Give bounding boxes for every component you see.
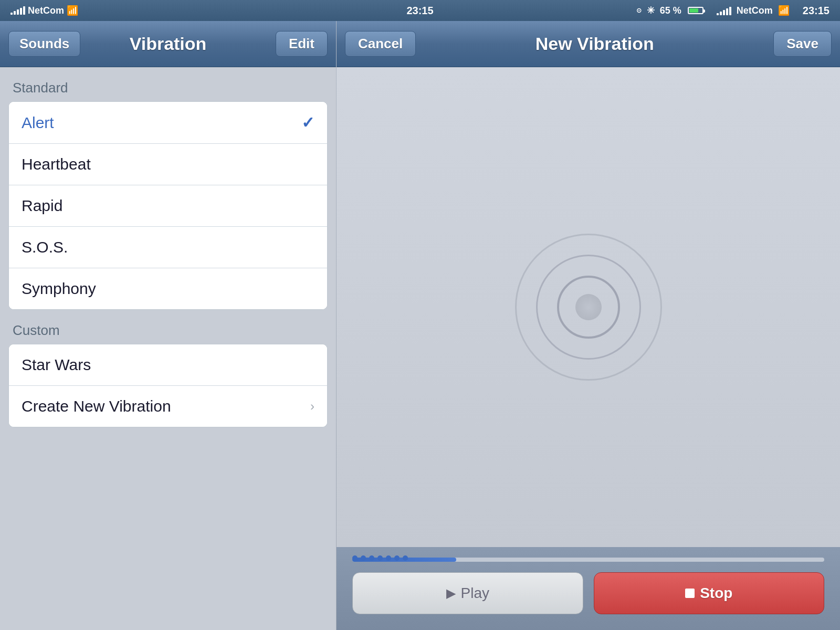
custom-list: Star Wars Create New Vibration › bbox=[8, 344, 328, 427]
list-item-alert[interactable]: Alert ✓ bbox=[9, 102, 327, 144]
progress-dot-7 bbox=[403, 555, 408, 561]
list-item-rapid[interactable]: Rapid bbox=[9, 185, 327, 227]
progress-dots bbox=[352, 555, 408, 561]
right-content-area bbox=[337, 67, 840, 547]
chevron-right-icon: › bbox=[310, 399, 314, 414]
ripple-area[interactable] bbox=[337, 67, 840, 547]
progress-dot-6 bbox=[394, 555, 400, 561]
stop-label: Stop bbox=[700, 585, 732, 602]
right-nav: Cancel New Vibration Save bbox=[337, 21, 840, 67]
stop-square-icon bbox=[685, 589, 695, 598]
star-wars-label: Star Wars bbox=[22, 356, 91, 374]
time-right: 23:15 bbox=[803, 5, 830, 17]
play-triangle-icon: ▶ bbox=[446, 586, 456, 601]
signal-right bbox=[717, 5, 731, 16]
progress-dot-1 bbox=[352, 555, 358, 561]
dot-icon-right: ⊙ bbox=[636, 7, 642, 14]
save-button[interactable]: Save bbox=[773, 31, 832, 57]
list-item-heartbeat[interactable]: Heartbeat bbox=[9, 144, 327, 185]
cancel-button[interactable]: Cancel bbox=[345, 31, 416, 57]
checkmark-icon: ✓ bbox=[301, 113, 314, 132]
carrier-left: NetCom bbox=[28, 5, 64, 16]
alert-label: Alert bbox=[22, 114, 54, 132]
standard-list: Alert ✓ Heartbeat Rapid S.O.S. Symphony bbox=[8, 101, 328, 310]
status-bar-left: NetCom 📶 23:15 bbox=[0, 0, 420, 21]
list-item-star-wars[interactable]: Star Wars bbox=[9, 344, 327, 386]
wifi-icon-left: 📶 bbox=[67, 5, 78, 16]
symphony-label: Symphony bbox=[22, 280, 96, 298]
status-bar: NetCom 📶 23:15 ⊙ ✳ 65 % NetCom 📶 23:15 bbox=[0, 0, 840, 21]
custom-section-label: Custom bbox=[13, 322, 328, 339]
edit-button[interactable]: Edit bbox=[276, 31, 328, 57]
left-panel: Sounds Vibration Edit Standard Alert ✓ H… bbox=[0, 21, 336, 630]
bluetooth-icon-right: ✳ bbox=[647, 5, 655, 16]
progress-dot-4 bbox=[377, 555, 383, 561]
right-panel: Cancel New Vibration Save bbox=[337, 21, 840, 630]
time-left: 23:15 bbox=[406, 5, 433, 17]
bottom-controls: ▶ Play Stop bbox=[337, 547, 840, 630]
play-button[interactable]: ▶ Play bbox=[352, 572, 583, 614]
progress-dot-2 bbox=[361, 555, 366, 561]
sounds-back-button[interactable]: Sounds bbox=[8, 31, 80, 57]
left-nav: Sounds Vibration Edit bbox=[0, 21, 336, 67]
play-label: Play bbox=[461, 585, 489, 602]
signal-bars-left bbox=[10, 6, 25, 15]
stop-button[interactable]: Stop bbox=[594, 572, 825, 614]
ripple-center bbox=[575, 294, 602, 320]
progress-dot-5 bbox=[386, 555, 391, 561]
heartbeat-label: Heartbeat bbox=[22, 155, 91, 173]
list-item-sos[interactable]: S.O.S. bbox=[9, 227, 327, 268]
wifi-icon-right: 📶 bbox=[778, 5, 790, 16]
main-content: Sounds Vibration Edit Standard Alert ✓ H… bbox=[0, 21, 840, 630]
list-item-symphony[interactable]: Symphony bbox=[9, 268, 327, 309]
sos-label: S.O.S. bbox=[22, 238, 68, 256]
carrier-right: NetCom bbox=[737, 5, 773, 16]
left-nav-title: Vibration bbox=[130, 34, 207, 54]
create-new-label: Create New Vibration bbox=[22, 397, 171, 415]
playback-buttons: ▶ Play Stop bbox=[352, 572, 824, 614]
rapid-label: Rapid bbox=[22, 197, 62, 215]
status-bar-right: ⊙ ✳ 65 % NetCom 📶 23:15 bbox=[420, 0, 840, 21]
battery-bar-right bbox=[688, 7, 704, 14]
ripple-visual bbox=[515, 234, 662, 381]
progress-dot-3 bbox=[369, 555, 374, 561]
standard-section-label: Standard bbox=[13, 80, 328, 96]
list-item-create-new[interactable]: Create New Vibration › bbox=[9, 386, 327, 427]
left-content: Standard Alert ✓ Heartbeat Rapid S.O.S. … bbox=[0, 67, 336, 630]
battery-text-right: 65 % bbox=[660, 5, 681, 16]
progress-bar bbox=[352, 558, 824, 562]
right-nav-title: New Vibration bbox=[536, 34, 654, 54]
